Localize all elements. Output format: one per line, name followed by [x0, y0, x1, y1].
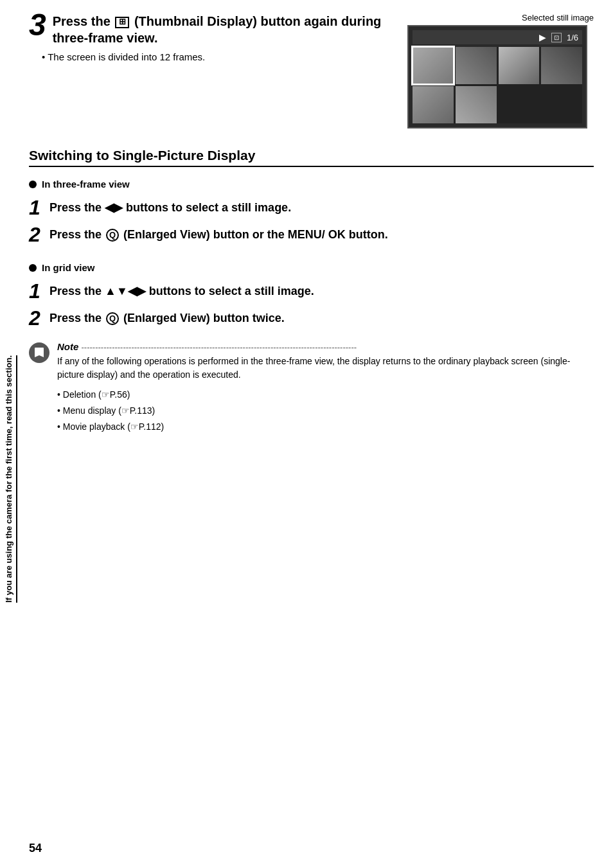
grid-step1: 1 Press the ▲▼◀▶ buttons to select a sti…: [29, 281, 594, 301]
step3-section: 3 Press the (Thumbnail Display) button a…: [29, 13, 594, 128]
grid-step1-text: Press the ▲▼◀▶ buttons to select a still…: [49, 281, 314, 299]
camera-screen: ▶ ⊡ 1/6: [407, 25, 587, 128]
magnify-icon-2: Q: [106, 312, 119, 325]
thumb-6: [456, 86, 497, 123]
grid-step2-text: Press the Q (Enlarged View) button twice…: [49, 308, 285, 326]
all-arrows: ▲▼◀▶: [105, 285, 146, 297]
screen-top-bar: ▶ ⊡ 1/6: [413, 30, 582, 44]
three-frame-label-text: In three-frame view: [42, 179, 130, 190]
three-frame-step2-num: 2: [29, 224, 44, 245]
bullet-circle-1: [29, 181, 37, 188]
step3-number: 3: [29, 10, 46, 40]
grid-step2: 2 Press the Q (Enlarged View) button twi…: [29, 308, 594, 328]
note-box: Note -----------------------------------…: [29, 341, 594, 436]
grid-step1-num: 1: [29, 281, 44, 301]
grid-view-label-text: In grid view: [42, 262, 95, 273]
screen-thumbnails: [413, 47, 582, 123]
note-dashes: ----------------------------------------…: [82, 342, 357, 352]
grid-step2-num: 2: [29, 308, 44, 328]
three-frame-label: In three-frame view: [29, 179, 594, 190]
note-list: Deletion (☞P.56) Menu display (☞P.113) M…: [57, 387, 594, 436]
left-right-arrows: ◀▶: [105, 201, 123, 214]
step3-left: 3 Press the (Thumbnail Display) button a…: [29, 13, 388, 62]
note-content: Note -----------------------------------…: [57, 341, 594, 436]
note-item-3: Movie playback (☞P.112): [57, 419, 594, 435]
note-title: Note: [57, 341, 78, 352]
play-icon: ▶: [539, 32, 546, 42]
sidebar-vertical-text: If you are using the camera for the firs…: [0, 128, 21, 829]
switching-section-heading: Switching to Single-Picture Display: [29, 148, 594, 167]
step3-heading-text: Press the (Thumbnail Display) button aga…: [53, 13, 388, 46]
thumb-5: [413, 86, 454, 123]
main-content: 3 Press the (Thumbnail Display) button a…: [29, 0, 594, 436]
note-item-2: Menu display (☞P.113): [57, 403, 594, 419]
step3-bullets: The screen is divided into 12 frames.: [42, 51, 388, 62]
step3-right: Selected still image ▶ ⊡ 1/6: [407, 13, 594, 128]
thumb-3: [499, 47, 540, 84]
three-frame-step1: 1 Press the ◀▶ buttons to select a still…: [29, 197, 594, 218]
thumb-4: [541, 47, 582, 84]
bullet-circle-2: [29, 264, 37, 272]
step3-heading-part1: Press the: [53, 14, 111, 28]
step3-bullet1: The screen is divided into 12 frames.: [42, 51, 388, 62]
note-icon: [29, 342, 49, 363]
screen-label: Selected still image: [407, 13, 594, 22]
step3-heading: 3 Press the (Thumbnail Display) button a…: [29, 13, 388, 46]
three-frame-step1-text: Press the ◀▶ buttons to select a still i…: [49, 197, 291, 215]
thumb-2: [456, 47, 497, 84]
three-frame-step2: 2 Press the Q (Enlarged View) button or …: [29, 224, 594, 245]
protect-icon: ⊡: [551, 33, 562, 42]
three-frame-step1-num: 1: [29, 197, 44, 218]
thumbnail-button-icon: [115, 17, 129, 28]
three-frame-step2-text: Press the Q (Enlarged View) button or th…: [49, 224, 388, 242]
magnify-icon-1: Q: [106, 229, 119, 242]
grid-view-label: In grid view: [29, 262, 594, 273]
page-number: 54: [29, 842, 42, 855]
note-text: If any of the following operations is pe…: [57, 355, 594, 382]
note-item-1: Deletion (☞P.56): [57, 387, 594, 403]
thumb-1: [413, 47, 454, 84]
screen-counter: 1/6: [567, 33, 578, 42]
